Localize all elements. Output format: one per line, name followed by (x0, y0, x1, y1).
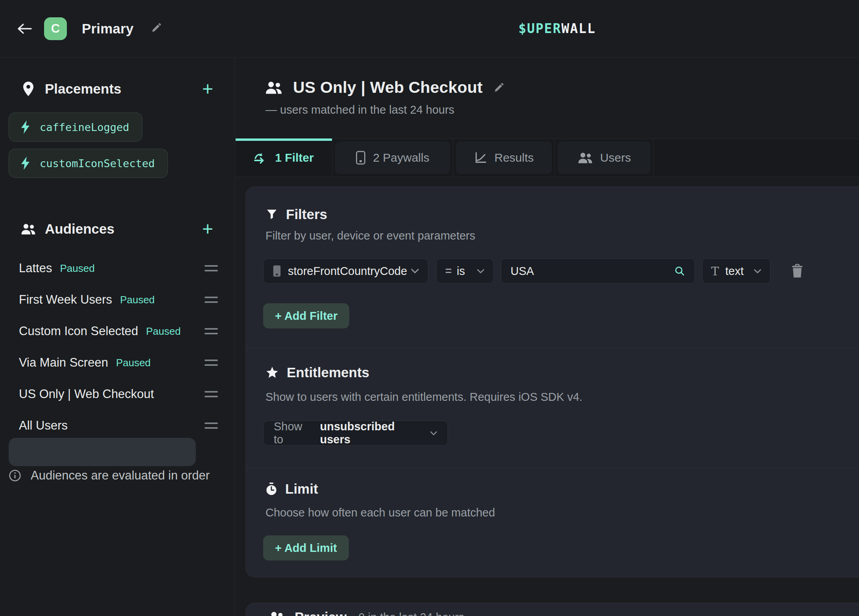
logo-accent: $UPER (518, 21, 561, 36)
back-button[interactable] (16, 20, 34, 38)
tab-users[interactable]: Users (555, 139, 654, 177)
audience-label: Custom Icon Selected (19, 324, 138, 338)
trash-icon (791, 264, 804, 278)
tab-label: Results (494, 151, 534, 164)
placement-chip[interactable]: caffeineLogged (9, 113, 142, 142)
audiences-header: Audiences + (0, 216, 235, 242)
add-filter-button[interactable]: + Add Filter (263, 303, 349, 328)
filter-value-input[interactable] (511, 259, 674, 283)
preview-toggle[interactable]: Preview 0 in the last 24 hours › (268, 609, 481, 616)
funnel-icon (265, 208, 278, 221)
entitlements-subtitle: Show to users with certain entitlements.… (265, 391, 582, 404)
tab-label: 1 Filter (275, 151, 313, 164)
smartphone-icon (272, 265, 282, 277)
star-icon (265, 366, 279, 379)
sidebar: Placements + caffeineLogged customIconSe… (0, 58, 235, 616)
avatar-letter: C (51, 22, 60, 36)
show-to-select[interactable]: Show to unsubscribed users (263, 421, 448, 446)
note-text: Audiences are evaluated in order (31, 468, 210, 483)
chevron-down-icon (754, 269, 761, 274)
people-icon (577, 151, 593, 164)
filters-title: Filters (286, 207, 327, 222)
drag-handle[interactable] (205, 297, 218, 303)
delete-filter-button[interactable] (791, 264, 804, 278)
selected-audience-highlight (9, 438, 196, 466)
filter-type-select[interactable]: T text (702, 258, 771, 284)
add-limit-button[interactable]: + Add Limit (263, 535, 349, 561)
tab-label: Users (600, 151, 631, 164)
drag-handle[interactable] (205, 422, 218, 429)
placement-chip-label: customIconSelected (40, 157, 155, 170)
equals-icon: = (445, 265, 451, 277)
placement-chip[interactable]: customIconSelected (9, 149, 168, 178)
audience-label: All Users (19, 419, 68, 433)
audience-item[interactable]: Custom Icon Selected Paused (0, 316, 235, 347)
people-icon (265, 80, 283, 95)
main-content: US Only | Web Checkout — users matched i… (236, 58, 859, 616)
chevron-down-icon (430, 431, 437, 436)
audience-label: First Week Users (19, 293, 112, 307)
edit-project-name-icon[interactable] (150, 22, 162, 34)
limit-subtitle: Choose how often each user can be matche… (265, 506, 495, 519)
limit-title: Limit (285, 481, 318, 497)
audience-item[interactable]: Lattes Paused (0, 253, 235, 284)
lightning-icon (20, 157, 30, 170)
preview-title: Preview (295, 609, 347, 616)
paused-badge: Paused (60, 262, 94, 275)
drag-handle[interactable] (205, 391, 218, 397)
location-pin-icon (20, 81, 36, 97)
tab-label: 2 Paywalls (373, 151, 429, 164)
audience-label: US Only | Web Checkout (19, 387, 154, 401)
placements-header: Placements + (0, 76, 235, 101)
preview-meta: 0 in the last 24 hours (358, 611, 464, 616)
top-bar: C Primary $UPERWALL (0, 0, 859, 57)
audience-item-selected[interactable]: US Only | Web Checkout (0, 379, 235, 409)
edit-audience-name-icon[interactable] (493, 82, 505, 94)
people-icon (268, 610, 285, 616)
add-audience-button[interactable]: + (197, 218, 219, 240)
placements-title: Placements (45, 81, 122, 97)
drag-handle[interactable] (205, 328, 218, 334)
audience-item[interactable]: All Users (0, 410, 235, 441)
audience-label: Lattes (19, 261, 52, 275)
arrow-left-icon (17, 22, 33, 35)
show-to-label: Show to (274, 420, 313, 446)
entitlements-title: Entitlements (287, 365, 369, 380)
placement-chip-label: caffeineLogged (40, 121, 129, 133)
filters-subtitle: Filter by user, device or event paramete… (265, 229, 476, 242)
tab-paywalls[interactable]: 2 Paywalls (332, 139, 453, 177)
paused-badge: Paused (120, 294, 155, 306)
tab-filter[interactable]: 1 Filter (236, 139, 332, 177)
superwall-audience-editor: C Primary $UPERWALL Placements + caffein… (0, 0, 859, 616)
section-divider (246, 348, 859, 349)
drag-handle[interactable] (205, 360, 218, 366)
filter-operator-select[interactable]: = is (436, 258, 494, 284)
logo-rest: WALL (561, 21, 595, 36)
paused-badge: Paused (116, 357, 151, 369)
project-title: Primary (82, 21, 134, 37)
operator-value: is (457, 265, 465, 278)
drag-handle[interactable] (205, 265, 218, 271)
audiences-title: Audiences (45, 221, 114, 237)
project-avatar[interactable]: C (44, 17, 67, 40)
audience-item[interactable]: Via Main Screen Paused (0, 347, 235, 378)
filter-parameter-select[interactable]: storeFrontCountryCode (263, 258, 428, 284)
text-type-icon: T (711, 264, 719, 278)
chevron-down-icon (411, 268, 419, 274)
parameter-value: storeFrontCountryCode (288, 265, 407, 278)
stopwatch-icon (265, 482, 277, 496)
chevron-down-icon (477, 269, 485, 274)
add-placement-button[interactable]: + (197, 78, 219, 100)
info-icon (9, 469, 21, 482)
audience-item[interactable]: First Week Users Paused (0, 284, 235, 315)
type-value: text (725, 265, 744, 278)
tab-bar: 1 Filter 2 Paywalls (236, 138, 859, 177)
people-icon (20, 222, 36, 236)
superwall-logo: $UPERWALL (518, 21, 596, 36)
filter-flow-icon (254, 151, 268, 164)
preview-card: Preview 0 in the last 24 hours › (245, 603, 859, 616)
tab-results[interactable]: Results (453, 139, 555, 177)
chart-icon (474, 151, 487, 164)
smartphone-icon (356, 151, 366, 165)
search-icon[interactable] (674, 265, 685, 277)
